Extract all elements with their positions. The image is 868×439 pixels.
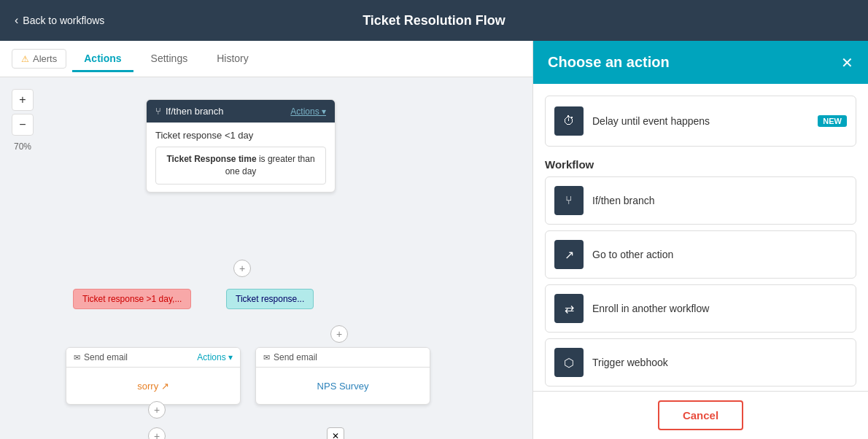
workflow-label-0: If/then branch — [592, 195, 847, 206]
send-email-right-header: ✉ Send email — [256, 348, 430, 368]
send-email-node-right: ✉ Send email NPS Survey — [255, 347, 430, 405]
branch-icon: ⑂ — [155, 106, 161, 117]
back-arrow-icon: ‹ — [15, 14, 18, 27]
send-email-left-body: sorry ↗ — [66, 368, 240, 404]
alerts-label: Alerts — [33, 53, 57, 64]
canvas-content: + − 70% ⑂ If/then branch Actions ▾ — [0, 77, 532, 439]
workflow-item-0[interactable]: ⑂ If/then branch — [545, 176, 856, 225]
nps-link[interactable]: NPS Survey — [317, 381, 369, 392]
zoom-out-button[interactable]: − — [12, 114, 34, 136]
workflow-item-1[interactable]: ↗ Go to other action — [545, 230, 856, 279]
action-panel-footer: Cancel — [533, 391, 868, 439]
email-icon-left: ✉ — [74, 353, 80, 362]
workflow-icon-0: ⑂ — [554, 186, 584, 215]
workflow-icon-1: ↗ — [554, 240, 584, 269]
cancel-button[interactable]: Cancel — [658, 400, 743, 430]
zoom-controls: + − 70% — [12, 89, 34, 152]
workflow-label-2: Enroll in another workflow — [592, 303, 847, 314]
workflow-item-2[interactable]: ⇄ Enroll in another workflow — [545, 284, 856, 333]
tab-actions[interactable]: Actions — [72, 47, 133, 72]
workflow-section-title: Workflow — [545, 158, 856, 171]
node-header: ⑂ If/then branch Actions ▾ — [147, 100, 335, 123]
branch-label: Ticket response <1 day — [155, 130, 326, 141]
if-then-branch-node: ⑂ If/then branch Actions ▾ Ticket respon… — [146, 99, 336, 193]
send-email-right-header-left: ✉ Send email — [263, 352, 317, 362]
delay-icon-glyph: ⏱ — [563, 114, 575, 128]
send-email-node-left: ✉ Send email Actions ▾ sorry ↗ — [66, 347, 241, 405]
workflow-nodes: ⑂ If/then branch Actions ▾ Ticket respon… — [58, 92, 532, 439]
new-badge: NEW — [818, 115, 847, 127]
send-email-header-left: ✉ Send email — [74, 352, 128, 362]
condition-box: Ticket Response time is greater than one… — [155, 147, 326, 184]
workflow-item-3[interactable]: ⬡ Trigger webhook — [545, 338, 856, 386]
tabs-bar: ⚠ Alerts Actions Settings History — [0, 41, 532, 77]
action-panel-body: ⏱ Delay until event happens NEW Workflow… — [533, 84, 868, 391]
action-panel: Choose an action ✕ ⏱ Delay until event h… — [532, 41, 868, 439]
alerts-button[interactable]: ⚠ Alerts — [12, 49, 66, 69]
node-body: Ticket response <1 day Ticket Response t… — [147, 123, 335, 192]
sorry-link[interactable]: sorry ↗ — [137, 381, 169, 392]
delay-item[interactable]: ⏱ Delay until event happens NEW — [545, 96, 856, 147]
delay-icon: ⏱ — [554, 106, 584, 136]
delay-label: Delay until event happens — [592, 115, 809, 127]
workflow-label-3: Trigger webhook — [592, 357, 847, 368]
action-panel-title: Choose an action — [548, 54, 670, 71]
back-to-workflows-link[interactable]: ‹ Back to workflows — [15, 14, 104, 27]
zoom-level: 70% — [12, 141, 34, 152]
branch-teal-label: Ticket response... — [226, 289, 314, 309]
plus-button-center[interactable]: + — [233, 260, 251, 277]
top-nav: ‹ Back to workflows Ticket Resolution Fl… — [0, 0, 868, 41]
tab-history[interactable]: History — [205, 47, 260, 72]
tab-settings[interactable]: Settings — [139, 47, 200, 72]
plus-button-below-left[interactable]: + — [148, 401, 166, 419]
send-email-left-header: ✉ Send email Actions ▾ — [66, 348, 240, 368]
send-email-left-label: Send email — [84, 352, 128, 362]
page-title: Ticket Resolution Flow — [363, 13, 505, 28]
node-header-left: ⑂ If/then branch — [155, 106, 224, 117]
plus-button-final[interactable]: + — [148, 427, 166, 439]
main-area: ⚠ Alerts Actions Settings History + − 70… — [0, 41, 868, 439]
email-icon-right: ✉ — [263, 353, 270, 362]
alert-icon: ⚠ — [21, 54, 29, 64]
close-panel-button[interactable]: ✕ — [841, 55, 853, 70]
close-node-button[interactable]: ✕ — [327, 427, 344, 439]
branch-red-label: Ticket response >1 day,... — [73, 289, 191, 309]
workflow-label-1: Go to other action — [592, 249, 847, 260]
node-actions-link[interactable]: Actions ▾ — [290, 106, 326, 117]
send-email-right-body: NPS Survey — [256, 368, 430, 404]
action-panel-header: Choose an action ✕ — [533, 41, 868, 84]
send-email-right-label: Send email — [274, 352, 317, 362]
zoom-in-button[interactable]: + — [12, 89, 34, 111]
workflow-icon-3: ⬡ — [554, 348, 584, 377]
back-label: Back to workflows — [23, 15, 104, 26]
workflow-icon-2: ⇄ — [554, 294, 584, 323]
send-email-actions-link[interactable]: Actions ▾ — [197, 352, 233, 362]
plus-button-below-right[interactable]: + — [330, 325, 348, 343]
if-then-header-label: If/then branch — [166, 106, 224, 117]
canvas-area: ⚠ Alerts Actions Settings History + − 70… — [0, 41, 532, 439]
